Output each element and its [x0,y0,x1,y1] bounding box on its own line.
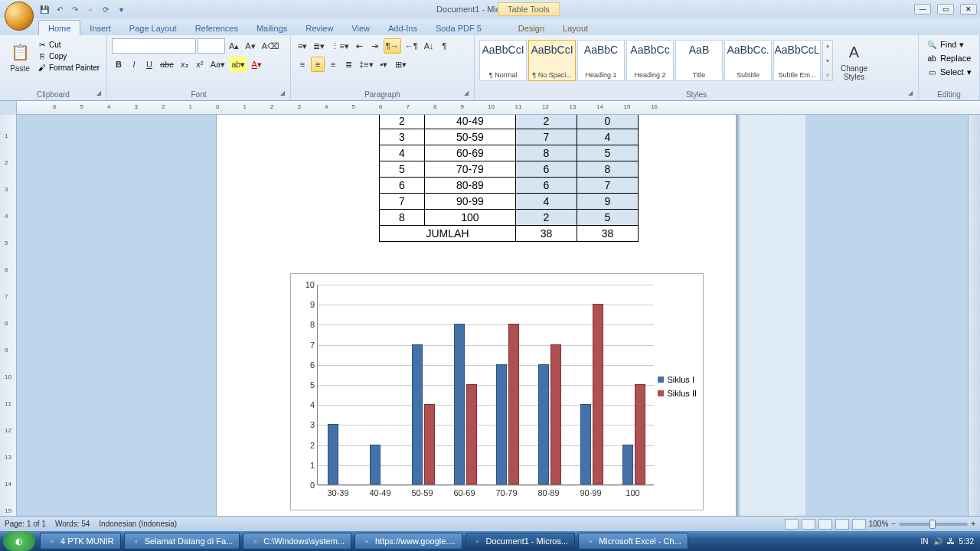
show-marks-button[interactable]: ¶ [438,38,452,54]
tab-design[interactable]: Design [509,21,554,35]
superscript-button[interactable]: x² [193,57,207,72]
office-button[interactable] [5,2,34,31]
cut-button[interactable]: ✂Cut [37,40,100,51]
tab-view[interactable]: View [342,21,379,35]
taskbar-item-2[interactable]: ▫C:\Windows\system... [243,533,351,549]
multilevel-button[interactable]: ⋮≡▾ [328,38,351,54]
tray-language[interactable]: IN [921,537,929,546]
font-size-input[interactable] [198,38,225,54]
new-icon[interactable]: ▫ [84,3,96,15]
taskbar-item-3[interactable]: ▫https://www.google.... [354,533,462,549]
table-row[interactable]: 240-4920 [380,115,639,129]
outline-view-button[interactable] [835,519,849,530]
tab-sodapdf[interactable]: Soda PDF 5 [426,21,491,35]
weblayout-view-button[interactable] [818,519,832,530]
style-item-1[interactable]: AaBbCcI¶ No Spaci... [528,40,576,81]
vertical-ruler[interactable]: 1234567891011121314151617181920 [0,115,17,531]
document-page[interactable]: 240-4920350-5974460-6985570-7968680-8967… [216,115,737,531]
change-case-button[interactable]: Aa▾ [208,57,227,72]
chart-object[interactable]: 012345678910 Siklus I Siklus II 30-3940-… [290,273,704,510]
increase-indent-button[interactable]: ⇥ [368,38,382,54]
table-row-total[interactable]: JUMLAH3838 [380,226,639,242]
save-icon[interactable]: 💾 [38,3,51,15]
horizontal-ruler[interactable]: 654321012345678910111213141516 [17,101,980,114]
tray-clock[interactable]: 5:32 [959,537,974,546]
fullscreen-view-button[interactable] [802,519,815,530]
status-words[interactable]: Words: 54 [55,520,90,528]
bold-button[interactable]: B [112,57,126,72]
shading-button[interactable]: ▪▾ [377,57,391,72]
style-item-6[interactable]: AaBbCcLSubtle Em... [773,40,821,81]
strikethrough-button[interactable]: abc [158,57,176,72]
table-row[interactable]: 790-9949 [380,194,639,210]
redo-icon[interactable]: ↷ [69,3,81,15]
taskbar-item-1[interactable]: ▫Selamat Datang di Fa... [124,533,240,549]
status-language[interactable]: Indonesian (Indonesia) [99,520,177,528]
tab-home[interactable]: Home [38,20,80,35]
status-page[interactable]: Page: 1 of 1 [5,520,46,528]
tab-references[interactable]: References [186,21,247,35]
table-row[interactable]: 680-8967 [380,178,639,194]
format-painter-button[interactable]: 🖌Format Painter [37,63,100,73]
borders-button[interactable]: ⊞▾ [393,57,409,72]
italic-button[interactable]: I [127,57,141,72]
tab-layout[interactable]: Layout [554,21,597,35]
tab-pagelayout[interactable]: Page Layout [120,21,186,35]
align-center-button[interactable]: ≡ [311,57,325,72]
tray-network-icon[interactable]: 🖧 [947,537,955,546]
minimize-button[interactable]: — [914,4,931,15]
styles-dialog-launcher[interactable]: ◢ [906,90,915,99]
numbering-button[interactable]: ≣▾ [311,38,327,54]
underline-button[interactable]: U [142,57,156,72]
ltr-button[interactable]: ¶→ [384,38,401,54]
font-name-input[interactable] [112,38,196,54]
decrease-indent-button[interactable]: ⇤ [353,38,367,54]
printlayout-view-button[interactable] [785,519,799,530]
zoom-slider[interactable] [899,523,968,526]
tray-volume-icon[interactable]: 🔊 [933,537,942,546]
font-color-button[interactable]: A▾ [249,57,263,72]
table-row[interactable]: 350-5974 [380,129,639,145]
taskbar-item-4[interactable]: ▫Document1 - Micros... [466,533,576,549]
tab-mailings[interactable]: Mailings [247,21,296,35]
zoom-out-button[interactable]: − [891,520,896,528]
taskbar-item-5[interactable]: ▫Microsoft Excel - Ch... [578,533,688,549]
tab-insert[interactable]: Insert [80,21,120,35]
replace-button[interactable]: abReplace [923,52,975,64]
tab-addins[interactable]: Add-Ins [379,21,426,35]
table-row[interactable]: 460-6985 [380,145,639,161]
rtl-button[interactable]: ←¶ [403,38,420,54]
find-button[interactable]: 🔍Find ▾ [923,38,975,51]
line-spacing-button[interactable]: ‡≡▾ [357,57,376,72]
table-row[interactable]: 810025 [380,210,639,226]
style-item-3[interactable]: AaBbCcHeading 2 [626,40,674,81]
select-button[interactable]: ▭Select ▾ [923,66,975,78]
start-button[interactable]: ◐ [3,531,35,551]
style-item-5[interactable]: AaBbCc.Subtitle [724,40,772,81]
change-styles-button[interactable]: A Change Styles [838,38,871,83]
clipboard-dialog-launcher[interactable]: ◢ [94,90,103,99]
bullets-button[interactable]: ≡▾ [296,38,309,54]
justify-button[interactable]: ≣ [341,57,355,72]
highlight-button[interactable]: ab▾ [229,57,247,72]
maximize-button[interactable]: ▭ [937,4,954,15]
shrink-font-button[interactable]: A▾ [243,38,257,54]
taskbar-item-0[interactable]: ▫4 PTK MUNIR [40,533,121,549]
style-item-4[interactable]: AaBTitle [675,40,723,81]
style-item-0[interactable]: AaBbCcI¶ Normal [479,40,527,81]
paragraph-dialog-launcher[interactable]: ◢ [462,90,471,99]
copy-button[interactable]: ⎘Copy [37,51,100,62]
tab-review[interactable]: Review [296,21,342,35]
font-dialog-launcher[interactable]: ◢ [278,90,287,99]
data-table[interactable]: 240-4920350-5974460-6985570-7968680-8967… [379,115,639,242]
refresh-icon[interactable]: ⟳ [100,3,112,15]
style-gallery-scroll[interactable]: ▴▾▿ [822,40,833,81]
qat-dropdown-icon[interactable]: ▾ [115,3,127,15]
grow-font-button[interactable]: A▴ [227,38,241,54]
zoom-in-button[interactable]: + [971,520,975,528]
align-left-button[interactable]: ≡ [296,57,309,72]
zoom-level[interactable]: 100% [869,520,889,528]
undo-icon[interactable]: ↶ [54,3,66,15]
ruler-corner[interactable] [0,101,17,115]
table-row[interactable]: 570-7968 [380,161,639,178]
